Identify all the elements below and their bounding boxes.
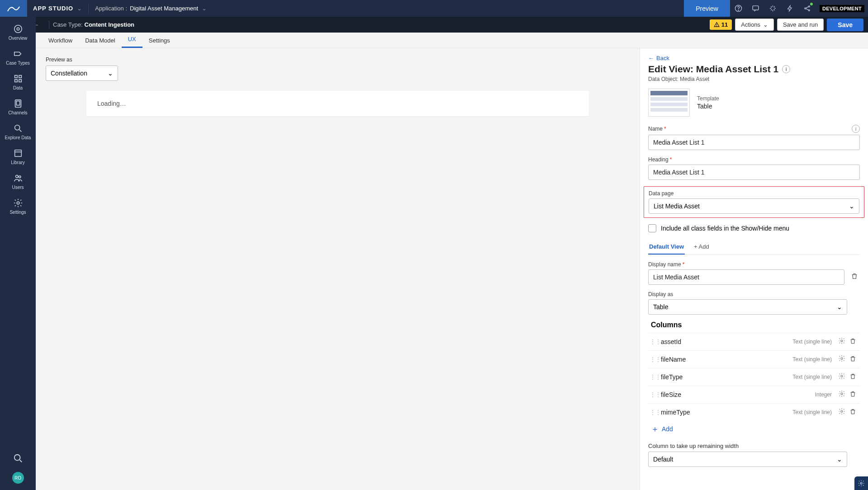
arrow-left-icon: ← [648,55,654,61]
column-type: Text (single line) [792,409,832,415]
chevron-down-icon: ⌄ [837,303,842,311]
drag-handle-icon[interactable]: ⋮⋮ [650,374,658,380]
chat-icon[interactable] [747,0,764,17]
column-delete-icon[interactable] [847,355,858,364]
tab-default-view[interactable]: Default View [648,240,685,254]
application-label: Application : [95,5,127,12]
display-name-input[interactable] [648,269,844,285]
drag-handle-icon[interactable]: ⋮⋮ [650,391,658,398]
column-name: fileType [661,373,792,381]
delete-display-name-icon[interactable] [849,273,860,282]
heading-input[interactable] [648,165,860,180]
preview-as-value: Constellation [51,70,87,77]
tab-settings[interactable]: Settings [142,33,176,48]
include-all-checkbox[interactable] [648,224,656,232]
warnings-count: 11 [721,21,728,28]
heading-group: Heading* [648,156,860,180]
tab-add-view[interactable]: + Add [693,240,710,254]
case-type-value: Content Ingestion [85,21,135,28]
pega-logo[interactable] [0,0,27,17]
display-as-select[interactable]: Table ⌄ [648,299,847,315]
column-settings-icon[interactable] [836,372,847,382]
app-studio-title: APP STUDIO [33,5,73,12]
sparkle-icon[interactable] [764,0,782,17]
col-remaining-select[interactable]: Default ⌄ [648,452,847,467]
case-tabs: Workflow Data Model UX Settings [36,33,868,48]
chevron-down-icon: ⌄ [108,70,113,77]
warnings-badge[interactable]: 11 [710,19,732,30]
search-icon[interactable] [9,449,27,467]
data-page-group-highlighted: Data page List Media Asset ⌄ [644,186,864,218]
tab-workflow[interactable]: Workflow [42,33,79,48]
bolt-icon[interactable] [782,0,799,17]
panel-subtitle: Data Object: Media Asset [648,76,860,82]
column-settings-icon[interactable] [836,337,847,346]
svg-point-4 [809,6,810,7]
nav-settings-label: Settings [9,210,26,215]
nav-users[interactable]: Users [0,169,36,193]
save-button[interactable]: Save [827,19,863,31]
svg-point-3 [805,8,806,9]
corner-settings-icon[interactable] [854,476,868,490]
column-settings-icon[interactable] [836,355,847,364]
column-settings-icon[interactable] [836,408,847,417]
nav-overview-label: Overview [9,36,28,41]
column-row: ⋮⋮ mimeType Text (single line) [648,403,860,421]
svg-point-18 [15,175,18,178]
add-column-button[interactable]: ＋ Add [648,421,860,437]
column-delete-icon[interactable] [847,373,858,382]
column-settings-icon[interactable] [836,390,847,399]
column-delete-icon[interactable] [847,338,858,346]
info-icon[interactable]: i [852,125,860,133]
nav-data-label: Data [13,85,23,90]
column-type: Text (single line) [792,374,832,380]
drag-handle-icon[interactable]: ⋮⋮ [650,339,658,345]
chevron-down-icon: ⌄ [763,21,768,28]
column-row: ⋮⋮ fileSize Integer [648,386,860,403]
info-icon[interactable]: i [782,65,790,73]
avatar-initials: RO [14,476,21,481]
column-delete-icon[interactable] [847,391,858,399]
share-icon[interactable] [799,0,816,17]
svg-point-16 [14,125,19,130]
panel-title: Edit View: Media Asset List 1 i [648,64,860,75]
chevron-down-icon: ⌄ [837,456,842,463]
app-studio-switcher-icon[interactable]: ⌄ [77,5,82,12]
drag-handle-icon[interactable]: ⋮⋮ [650,409,658,415]
heading-label: Heading [648,156,669,163]
nav-explore-data[interactable]: Explore Data [0,119,36,144]
panel-back-link[interactable]: ← Back [648,55,860,61]
panel-title-text: Edit View: Media Asset List 1 [648,64,778,75]
nav-case-types[interactable]: Case Types [0,44,36,69]
preview-as-select[interactable]: Constellation ⌄ [46,66,118,81]
nav-data[interactable]: Data [0,69,36,94]
column-type: Text (single line) [792,356,832,363]
separator [88,4,89,14]
tab-data-model[interactable]: Data Model [79,33,121,48]
save-and-run-button[interactable]: Save and run [777,19,824,31]
svg-rect-11 [19,75,21,78]
save-and-run-label: Save and run [783,21,818,28]
data-page-select[interactable]: List Media Asset ⌄ [649,198,859,214]
actions-button-label: Actions [741,21,760,28]
help-icon[interactable] [730,0,747,17]
application-switcher-icon[interactable]: ⌄ [202,5,207,12]
column-delete-icon[interactable] [847,408,858,417]
name-input[interactable] [648,135,860,150]
nav-channels[interactable]: Channels [0,94,36,119]
display-as-label: Display as [648,291,673,297]
col-remaining-value: Default [653,456,673,463]
required-marker: * [683,261,685,268]
nav-overview[interactable]: Overview [0,19,36,44]
user-avatar[interactable]: RO [12,472,24,484]
svg-point-19 [19,176,21,178]
tab-ux[interactable]: UX [122,32,142,48]
actions-button[interactable]: Actions⌄ [735,19,774,31]
drag-handle-icon[interactable]: ⋮⋮ [650,356,658,363]
column-row: ⋮⋮ fileName Text (single line) [648,350,860,368]
nav-library[interactable]: Library [0,144,36,169]
display-name-label: Display name [648,261,681,268]
template-label: Template [697,95,719,102]
preview-button[interactable]: Preview [684,0,730,17]
nav-settings[interactable]: Settings [0,193,36,218]
